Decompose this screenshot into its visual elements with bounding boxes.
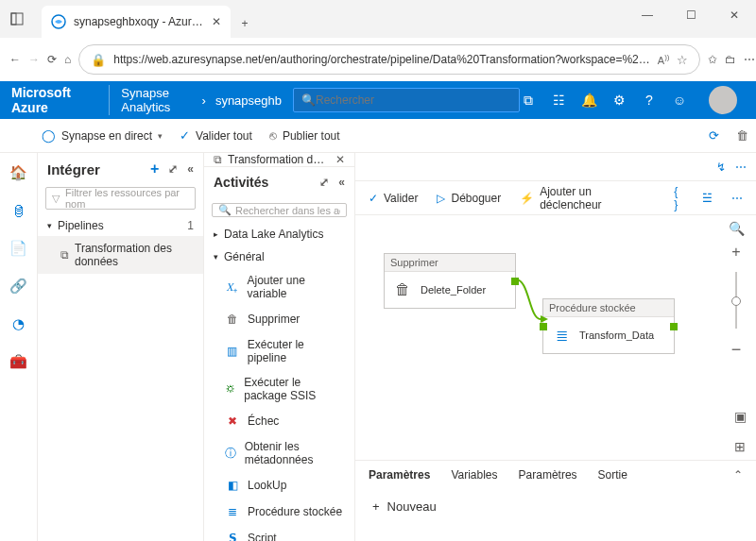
zoom-thumb[interactable] [731, 296, 741, 306]
activity-icon: ▥ [225, 344, 240, 359]
link-icon[interactable]: ⤢ [168, 162, 178, 176]
group-data-lake[interactable]: ▸ Data Lake Analytics [204, 223, 354, 245]
tab-output[interactable]: Sortie [598, 468, 627, 482]
activity-item[interactable]: ▥Exécuter le pipeline [204, 332, 354, 370]
json-braces-icon[interactable]: { } [674, 185, 683, 211]
expand-properties-icon[interactable]: ⌃ [733, 468, 743, 482]
pipeline-item[interactable]: ⧉ Transformation des données [38, 236, 203, 274]
properties-more-icon[interactable]: ⋯ [735, 161, 747, 174]
pipeline-tab-icon: ⧉ [214, 153, 222, 166]
activity-icon: 𝑋₊ [225, 279, 240, 295]
window-minimize[interactable]: — [626, 0, 669, 30]
activity-label: Exécuter le pipeline [248, 338, 345, 364]
search-input[interactable] [316, 93, 511, 107]
window-maximize[interactable]: ☐ [669, 0, 713, 30]
canvas-toolbar: ✓Valider ▷Déboguer ⚡Ajouter un déclenche… [355, 181, 756, 215]
settings-icon[interactable]: ⚙ [610, 93, 627, 108]
tab-overview-button[interactable] [8, 9, 26, 28]
group-general[interactable]: ▾ Général [204, 245, 354, 268]
feedback-icon[interactable]: ☺ [671, 93, 688, 108]
tab-variables[interactable]: Variables [451, 468, 497, 482]
avatar[interactable] [709, 86, 737, 114]
back-button[interactable]: ← [9, 45, 21, 74]
collapse-activities-icon[interactable]: « [338, 176, 345, 189]
search-canvas-icon[interactable]: 🔍 [729, 221, 745, 236]
check-all-icon: ✓ [180, 128, 190, 143]
favorites-icon[interactable]: ✩ [708, 45, 717, 74]
breadcrumb-service[interactable]: Synapse Analytics [121, 86, 192, 114]
activity-item[interactable]: ⛭Exécuter le package SSIS [204, 370, 354, 408]
zoom-out-icon[interactable]: − [731, 340, 742, 360]
autolayout-icon[interactable]: ⊞ [734, 439, 747, 454]
publish-all-button[interactable]: ⎋ Publier tout [269, 128, 340, 143]
pipelines-tree-node[interactable]: ▾ Pipelines 1 [38, 215, 203, 236]
chevron-right-icon: › [202, 93, 206, 108]
activity-search-input[interactable]: 🔍 Rechercher dans les activités [212, 203, 347, 217]
properties-tabs: Paramètres Variables Paramètres Sortie ⌃ [355, 460, 756, 488]
tab-close-icon[interactable]: ✕ [212, 15, 221, 28]
node-name: Delete_Folder [421, 284, 486, 296]
more-toolbar-icon[interactable]: ⋯ [731, 192, 743, 205]
add-resource-icon[interactable]: + [150, 161, 159, 178]
refresh-icon[interactable]: ⟳ [709, 128, 719, 143]
fit-icon[interactable]: ▣ [734, 409, 747, 424]
activity-item[interactable]: ✖Échec [204, 408, 354, 434]
address-bar[interactable]: 🔒 https://web.azuresynapse.net/en/author… [78, 44, 700, 75]
activity-label: Exécuter le package SSIS [244, 376, 345, 402]
chevron-down-icon: ▾ [158, 131, 163, 141]
directory-icon[interactable]: ☷ [550, 93, 567, 108]
favorite-outline-icon[interactable]: ☆ [677, 53, 688, 67]
canvas-node-delete[interactable]: Supprimer 🗑 Delete_Folder [384, 253, 516, 309]
home-button[interactable]: ⌂ [64, 45, 71, 74]
validate-all-button[interactable]: ✓ Valider tout [180, 128, 252, 143]
rail-data-icon[interactable]: 🛢 [9, 200, 29, 221]
browser-tab[interactable]: synapseghbxoqy - Azure Synaps… ✕ [42, 6, 231, 38]
refresh-button[interactable]: ⟳ [47, 45, 57, 74]
cloud-shell-icon[interactable]: ⧉ [520, 93, 537, 109]
rail-home-icon[interactable]: 🏠 [9, 162, 29, 183]
debug-button[interactable]: ▷Déboguer [437, 192, 501, 205]
synapse-live-dropdown[interactable]: ◯ Synapse en direct ▾ [42, 128, 163, 143]
activity-item[interactable]: 𝑋₊Ajouter une variable [204, 268, 354, 306]
output-port[interactable] [670, 323, 678, 330]
pipeline-canvas[interactable]: 🔍 + − ▣ ⊞ Supprimer 🗑 Delete_Folder P [355, 215, 756, 460]
collections-icon[interactable]: 🗀 [725, 45, 736, 74]
delete-icon[interactable]: 🗑 [736, 128, 748, 143]
collapse-panel-icon[interactable]: « [187, 162, 194, 176]
code-view-icon[interactable]: ↯ [716, 161, 726, 174]
rail-manage-icon[interactable]: 🧰 [9, 351, 29, 372]
expand-all-icon[interactable]: ⤢ [319, 176, 329, 189]
canvas-node-stored-proc[interactable]: Procédure stockée ≣ Transform_Data [542, 298, 675, 354]
window-close[interactable]: ✕ [713, 0, 756, 30]
open-pipeline-tab[interactable]: ⧉ Transformation des données ✕ [204, 153, 354, 167]
zoom-slider[interactable] [735, 272, 737, 329]
new-parameter-button[interactable]: + Nouveau [372, 499, 437, 514]
tab-settings[interactable]: Paramètres [519, 468, 577, 482]
activity-item[interactable]: ⓘObtenir les métadonnées [204, 434, 354, 472]
filter-resources-input[interactable]: ▽ Filtrer les ressources par nom [45, 187, 196, 210]
properties-icon[interactable]: ☱ [702, 192, 713, 205]
help-icon[interactable]: ? [641, 93, 658, 108]
rail-monitor-icon[interactable]: ◔ [9, 313, 29, 334]
activity-item[interactable]: ≣Procédure stockée [204, 499, 354, 525]
global-search[interactable]: 🔍 [293, 88, 520, 112]
zoom-in-icon[interactable]: + [731, 244, 740, 261]
activity-item[interactable]: 𝗦Script [204, 525, 354, 541]
validate-button[interactable]: ✓Valider [369, 192, 418, 205]
rail-integrate-icon[interactable]: 🔗 [9, 276, 29, 296]
add-trigger-button[interactable]: ⚡Ajouter un déclencheur [520, 185, 636, 211]
new-tab-button[interactable]: + [231, 9, 259, 38]
activity-label: Ajouter une variable [248, 274, 345, 300]
close-tab-icon[interactable]: ✕ [335, 153, 345, 166]
activity-item[interactable]: 🗑Supprimer [204, 306, 354, 332]
properties-content: + Nouveau [355, 488, 756, 541]
notifications-icon[interactable]: 🔔 [580, 93, 597, 108]
read-aloud-icon[interactable]: A)) [658, 53, 670, 66]
activity-item[interactable]: ◧LookUp [204, 472, 354, 499]
breadcrumb-workspace[interactable]: synapseghb [215, 93, 282, 108]
tab-parameters[interactable]: Paramètres [369, 468, 430, 482]
rail-develop-icon[interactable]: 📄 [9, 238, 29, 259]
connector-arrow[interactable] [516, 274, 548, 327]
azure-brand[interactable]: Microsoft Azure [11, 85, 110, 115]
more-icon[interactable]: ⋯ [744, 45, 755, 74]
